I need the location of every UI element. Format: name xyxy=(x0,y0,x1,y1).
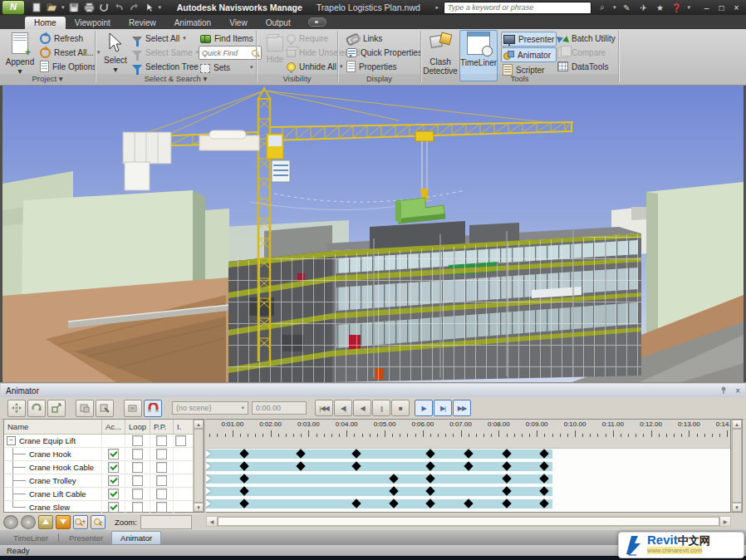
checkbox[interactable] xyxy=(108,475,119,486)
refresh-icon[interactable] xyxy=(99,2,110,12)
checkbox[interactable] xyxy=(175,435,186,446)
animator-button[interactable]: Animator xyxy=(501,47,557,62)
manual-entry-button[interactable] xyxy=(124,400,142,417)
refresh-button[interactable]: Refresh xyxy=(38,32,101,45)
favorites-star-icon[interactable]: ★ xyxy=(654,3,665,12)
timeline-vertical-scrollbar[interactable]: ▲▼ xyxy=(731,419,743,513)
zoom-out-button[interactable]: - xyxy=(91,515,106,529)
tab-home[interactable]: Home xyxy=(25,17,66,29)
tab-animator[interactable]: Animator xyxy=(111,531,161,544)
tab-viewpoint[interactable]: Viewpoint xyxy=(66,17,120,29)
checkbox[interactable] xyxy=(132,502,143,513)
append-button[interactable]: Append▾ xyxy=(3,32,37,76)
subscription-wrench-icon[interactable]: ✎ xyxy=(621,3,632,12)
select-button[interactable]: Select▾ xyxy=(99,32,132,74)
group-label-visibility[interactable]: Visibility xyxy=(257,74,337,84)
tab-view[interactable]: View xyxy=(220,17,257,29)
ribbon-minimize-toggle[interactable] xyxy=(308,17,326,27)
checkbox[interactable] xyxy=(132,462,143,473)
maximize-button[interactable]: □ xyxy=(717,3,726,12)
presenter-button[interactable]: Presenter xyxy=(501,32,557,47)
file-options-button[interactable]: File Options xyxy=(38,60,101,73)
search-scope-icon[interactable]: ▸ xyxy=(435,4,439,11)
add-animation-button[interactable]: + xyxy=(3,515,18,529)
column-active[interactable]: Ac... xyxy=(102,420,125,434)
tab-timeliner[interactable]: TimeLiner xyxy=(5,532,56,544)
zoom-input[interactable] xyxy=(140,515,192,529)
print-icon[interactable] xyxy=(84,2,95,12)
redo-icon[interactable] xyxy=(129,2,140,12)
checkbox[interactable] xyxy=(132,435,143,446)
tab-presenter[interactable]: Presenter xyxy=(61,532,111,544)
change-keyframe-button[interactable] xyxy=(76,400,94,417)
links-button[interactable]: Links xyxy=(345,32,424,45)
rotate-animation-set-button[interactable] xyxy=(27,400,46,417)
checkbox[interactable] xyxy=(156,475,167,486)
rewind-button[interactable]: |◀◀ xyxy=(315,400,333,416)
toggle-snapping-button[interactable] xyxy=(144,400,162,417)
timeline-row-crane-trolley[interactable] xyxy=(206,473,730,485)
undo-icon[interactable] xyxy=(114,2,125,12)
group-label-project[interactable]: Project ▾ xyxy=(0,74,95,84)
tree-row-crane-equip-lift[interactable]: −Crane Equip Lift xyxy=(4,435,204,448)
sets-button[interactable]: Sets▾ xyxy=(199,61,262,74)
search-dropdown-icon[interactable]: ▾ xyxy=(613,4,616,11)
timeline-horizontal-scrollbar[interactable]: ◀▶ xyxy=(206,516,731,527)
checkbox[interactable] xyxy=(156,462,167,473)
animator-panel-header[interactable]: Animator × xyxy=(1,384,745,397)
checkbox[interactable] xyxy=(108,502,119,513)
tree-row-crane-hook-cable[interactable]: Crane Hook Cable xyxy=(4,461,204,474)
crane-trolley[interactable] xyxy=(415,131,434,141)
quick-properties-button[interactable]: Quick Properties xyxy=(345,46,424,59)
properties-button[interactable]: Properties xyxy=(345,60,424,73)
move-up-button[interactable] xyxy=(38,515,53,529)
move-down-button[interactable] xyxy=(56,515,71,529)
help-dropdown-icon[interactable]: ▾ xyxy=(687,4,690,11)
minimize-button[interactable]: – xyxy=(702,3,711,12)
tree-row-crane-hook[interactable]: Crane Hook xyxy=(4,448,204,461)
step-forward-button[interactable]: ▶| xyxy=(434,400,452,416)
close-panel-icon[interactable]: × xyxy=(735,386,740,395)
select-cursor-icon[interactable] xyxy=(144,2,155,12)
group-label-tools[interactable]: Tools xyxy=(421,74,618,84)
checkbox[interactable] xyxy=(156,502,167,513)
timeline-ruler[interactable]: 0:01.000:02.000:03.000:04.000:05.000:06.… xyxy=(206,420,730,438)
capture-keyframe-button[interactable] xyxy=(96,400,114,417)
tab-animation[interactable]: Animation xyxy=(165,17,220,29)
reset-all-button[interactable]: Reset All...▾ xyxy=(38,46,101,59)
timeline-row-crane-hook[interactable] xyxy=(206,448,730,460)
timeline-row-crane-lift-cable[interactable] xyxy=(206,485,730,498)
pause-button[interactable]: || xyxy=(372,400,390,416)
3d-viewport[interactable] xyxy=(0,86,746,382)
column-infinite[interactable]: I. xyxy=(174,420,187,434)
checkbox[interactable] xyxy=(156,489,167,499)
group-label-select-search[interactable]: Select & Search ▾ xyxy=(96,74,256,84)
column-pingpong[interactable]: P.P. xyxy=(150,420,174,434)
tree-row-crane-lift-cable[interactable]: Crane Lift Cable xyxy=(4,488,204,501)
communication-center-icon[interactable]: ✈ xyxy=(637,3,649,12)
checkbox[interactable] xyxy=(156,449,167,459)
step-back-button[interactable]: ◀| xyxy=(334,400,352,416)
checkbox[interactable] xyxy=(108,449,119,459)
ping-pong-button[interactable]: ▶▶ xyxy=(453,400,471,416)
tab-review[interactable]: Review xyxy=(120,17,165,29)
timeline-row-crane-hook-cable[interactable] xyxy=(206,460,730,473)
time-position-field[interactable]: 0:00.00 xyxy=(252,401,307,415)
save-icon[interactable] xyxy=(69,2,80,12)
find-items-button[interactable]: Find Items xyxy=(199,32,262,45)
column-name[interactable]: Name xyxy=(4,420,102,434)
tree-row-crane-slew[interactable]: Crane Slew xyxy=(4,501,204,514)
pin-icon[interactable] xyxy=(720,386,728,395)
help-icon[interactable]: ❓ xyxy=(670,3,682,12)
close-button[interactable]: × xyxy=(732,3,741,12)
timeline-row-crane-slew[interactable] xyxy=(206,498,730,510)
checkbox[interactable] xyxy=(156,435,167,446)
tab-output[interactable]: Output xyxy=(257,17,300,29)
zoom-in-button[interactable]: + xyxy=(73,515,88,529)
open-file-icon[interactable] xyxy=(47,2,57,12)
checkbox[interactable] xyxy=(132,489,143,499)
datatools-button[interactable]: DataTools xyxy=(556,60,617,73)
search-binoculars-icon[interactable]: ⌕ xyxy=(596,2,608,12)
checkbox[interactable] xyxy=(108,462,119,473)
group-label-display[interactable]: Display xyxy=(338,74,420,84)
